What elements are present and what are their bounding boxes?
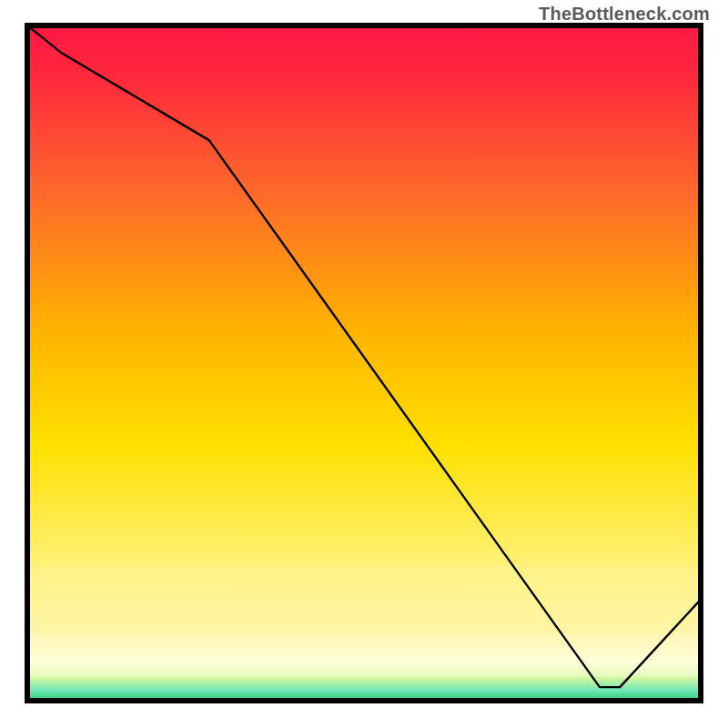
svg-rect-1 <box>27 566 701 633</box>
svg-rect-2 <box>27 633 701 661</box>
watermark-text: TheBottleneck.com <box>539 4 710 25</box>
overlay-bands <box>27 566 701 677</box>
chart-container: TheBottleneck.com <box>0 0 728 728</box>
chart-svg <box>0 0 728 728</box>
svg-rect-3 <box>27 660 701 677</box>
plot-area <box>27 25 701 701</box>
